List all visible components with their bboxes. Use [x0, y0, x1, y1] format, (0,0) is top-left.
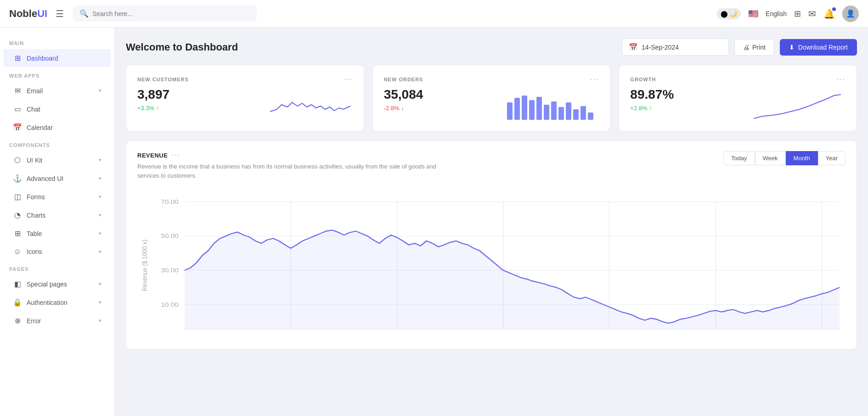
- stat-sparkline: [137, 93, 353, 121]
- sidebar-item-icons[interactable]: ☺ Icons ▾: [4, 243, 111, 260]
- bar-chart-svg: [507, 93, 599, 121]
- language-label: English: [766, 10, 787, 17]
- filter-week[interactable]: Week: [755, 151, 786, 165]
- sidebar-item-label: Email: [27, 87, 43, 95]
- revenue-chart: 70.00 50.00 30.00 10.00 Revenue ($ 1000 …: [137, 192, 845, 339]
- print-label: Print: [752, 44, 766, 51]
- sidebar-item-label: Dashboard: [27, 55, 58, 62]
- apps-icon[interactable]: ⊞: [794, 9, 801, 19]
- more-options-icon[interactable]: ···: [344, 75, 352, 84]
- stat-card-title: GROWTH: [630, 77, 656, 82]
- sidebar-item-label: Authentication: [27, 299, 68, 306]
- sidebar-item-label: Forms: [27, 193, 45, 201]
- sidebar-item-label: Icons: [27, 248, 42, 255]
- sidebar-section-components: COMPONENTS: [0, 137, 114, 151]
- more-options-icon[interactable]: ···: [590, 75, 599, 84]
- search-input[interactable]: [92, 10, 250, 17]
- svg-rect-4: [536, 97, 542, 120]
- chevron-down-icon: ▾: [99, 157, 101, 163]
- revenue-title: REVENUE: [137, 152, 168, 159]
- app-layout: MAIN ⊞ Dashboard WEB APPS ✉ Email ▾ ▭ Ch…: [0, 28, 868, 416]
- stat-card-header: NEW CUSTOMERS ···: [137, 75, 353, 84]
- date-input[interactable]: [642, 44, 722, 51]
- sparkline-svg: [270, 93, 353, 121]
- sidebar-item-advancedui[interactable]: ⚓ Advanced UI ▾: [4, 169, 111, 187]
- svg-rect-5: [544, 105, 549, 120]
- top-navigation: NobleUI ☰ 🔍 ⬤ 🌙 🇺🇸 English ⊞ ✉ 🔔 👤: [0, 0, 868, 28]
- sidebar-item-label: UI Kit: [27, 157, 42, 164]
- app-logo: NobleUI: [9, 8, 47, 20]
- sidebar-item-label: Special pages: [27, 281, 67, 288]
- date-picker[interactable]: 📅: [622, 39, 729, 56]
- download-report-button[interactable]: ⬇ Download Report: [780, 39, 857, 56]
- svg-rect-6: [551, 101, 557, 120]
- sidebar-item-email[interactable]: ✉ Email ▾: [4, 82, 111, 100]
- sidebar-item-specialpages[interactable]: ◧ Special pages ▾: [4, 275, 111, 293]
- search-icon: 🔍: [79, 9, 89, 18]
- svg-rect-8: [566, 102, 571, 120]
- page-title: Welcome to Dashboard: [126, 41, 238, 53]
- revenue-more-icon[interactable]: ···: [171, 151, 180, 159]
- notifications-icon[interactable]: 🔔: [823, 8, 835, 19]
- search-bar: 🔍: [73, 6, 257, 22]
- specialpages-icon: ◧: [13, 280, 22, 288]
- svg-rect-11: [588, 112, 593, 120]
- sidebar-item-forms[interactable]: ◫ Forms ▾: [4, 188, 111, 206]
- theme-toggle[interactable]: ⬤ 🌙: [717, 8, 741, 19]
- sidebar: MAIN ⊞ Dashboard WEB APPS ✉ Email ▾ ▭ Ch…: [0, 28, 115, 416]
- table-icon: ⊞: [13, 229, 22, 238]
- sidebar-item-label: Charts: [27, 212, 45, 219]
- sidebar-item-authentication[interactable]: 🔒 Authentication ▾: [4, 293, 111, 311]
- svg-text:Revenue ($ 1000 x): Revenue ($ 1000 x): [140, 240, 148, 291]
- svg-rect-7: [558, 107, 564, 120]
- filter-year[interactable]: Year: [818, 151, 845, 165]
- sidebar-section-main: MAIN: [0, 35, 114, 49]
- sidebar-item-uikit[interactable]: ⬡ UI Kit ▾: [4, 151, 111, 169]
- avatar[interactable]: 👤: [842, 6, 859, 22]
- nav-right: ⬤ 🌙 🇺🇸 English ⊞ ✉ 🔔 👤: [717, 6, 859, 22]
- sidebar-item-chat[interactable]: ▭ Chat: [4, 100, 111, 118]
- chevron-down-icon: ▾: [99, 175, 101, 181]
- svg-text:70.00: 70.00: [161, 198, 179, 205]
- main-content: Welcome to Dashboard 📅 🖨 Print ⬇ Downloa…: [115, 28, 868, 416]
- calendar-icon: 📅: [629, 43, 638, 51]
- svg-rect-9: [573, 109, 579, 120]
- sun-icon: ⬤: [721, 10, 728, 17]
- mail-icon[interactable]: ✉: [808, 8, 816, 19]
- calendar-icon: 📅: [13, 123, 22, 132]
- stat-card-title: NEW ORDERS: [384, 77, 423, 82]
- print-button[interactable]: 🖨 Print: [734, 39, 774, 56]
- stat-card-header: NEW ORDERS ···: [384, 75, 599, 84]
- sparkline-line: [270, 102, 350, 112]
- revenue-filters: Today Week Month Year: [723, 151, 845, 165]
- filter-month[interactable]: Month: [786, 151, 818, 165]
- sidebar-section-pages: PAGES: [0, 261, 114, 275]
- svg-text:50.00: 50.00: [161, 233, 179, 239]
- sidebar-item-error[interactable]: ⊗ Error ▾: [4, 312, 111, 330]
- chevron-down-icon: ▾: [99, 230, 101, 236]
- more-options-icon[interactable]: ···: [837, 75, 845, 84]
- svg-rect-1: [514, 98, 520, 120]
- sidebar-item-calendar[interactable]: 📅 Calendar: [4, 118, 111, 136]
- sparkline-svg: [754, 93, 845, 121]
- header-actions: 📅 🖨 Print ⬇ Download Report: [622, 39, 857, 56]
- sidebar-item-charts[interactable]: ◔ Charts ▾: [4, 206, 111, 224]
- filter-today[interactable]: Today: [723, 151, 755, 165]
- sidebar-item-table[interactable]: ⊞ Table ▾: [4, 225, 111, 242]
- sidebar-item-dashboard[interactable]: ⊞ Dashboard: [4, 49, 111, 67]
- revenue-info: REVENUE ··· Revenue is the income that a…: [137, 151, 459, 187]
- dashboard-icon: ⊞: [13, 54, 22, 62]
- revenue-description: Revenue is the income that a business ha…: [137, 162, 459, 180]
- sidebar-item-label: Chat: [27, 106, 40, 113]
- stat-card-new-customers: NEW CUSTOMERS ··· 3,897 +3.3% ↑: [126, 65, 364, 131]
- stat-card-new-orders: NEW ORDERS ··· 35,084 -2.8% ↓: [372, 65, 611, 131]
- sparkline-line: [754, 95, 841, 118]
- svg-text:30.00: 30.00: [161, 267, 179, 273]
- menu-toggle-button[interactable]: ☰: [56, 8, 64, 19]
- chat-icon: ▭: [13, 105, 22, 113]
- sidebar-section-webapps: WEB APPS: [0, 67, 114, 81]
- moon-icon: 🌙: [730, 10, 737, 17]
- revenue-card: REVENUE ··· Revenue is the income that a…: [126, 141, 857, 349]
- notification-dot: [832, 7, 836, 11]
- chevron-down-icon: ▾: [99, 299, 101, 305]
